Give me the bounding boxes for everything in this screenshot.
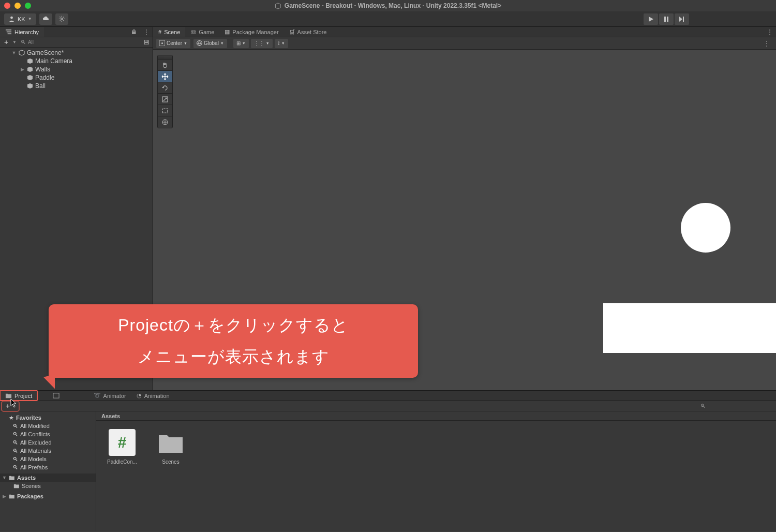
chevron-down-icon[interactable]: ▼ <box>2 475 7 480</box>
hand-tool[interactable] <box>158 60 172 71</box>
lock-icon[interactable]: 🔒︎ <box>128 28 140 36</box>
gear-icon <box>58 16 65 22</box>
unity-icon <box>275 3 281 9</box>
cloud-button[interactable] <box>39 13 52 25</box>
chevron-down-icon: ▼ <box>266 41 270 45</box>
save-icon[interactable]: 💾︎ <box>142 39 151 46</box>
tab-console[interactable]: Console <box>37 391 88 401</box>
csharp-script-icon: # <box>109 429 136 456</box>
folder-item[interactable]: Scenes <box>0 482 96 490</box>
hierarchy-item[interactable]: Paddle <box>0 73 153 82</box>
pause-button[interactable] <box>659 13 674 25</box>
search-icon: 🔍︎ <box>700 403 706 409</box>
favorite-item[interactable]: 🔍︎All Materials <box>0 447 96 455</box>
hierarchy-item[interactable]: ▶ Walls <box>0 65 153 73</box>
folder-icon <box>13 483 20 489</box>
step-button[interactable] <box>675 13 689 25</box>
tab-package-manager[interactable]: ▦ Package Manager <box>219 27 283 37</box>
animator-icon: ➰ <box>94 392 101 399</box>
search-icon: 🔍︎ <box>12 431 18 437</box>
pivot-icon <box>159 40 165 46</box>
hierarchy-item[interactable]: Main Camera <box>0 57 153 65</box>
chevron-down-icon: ▼ <box>242 41 246 45</box>
space-mode-dropdown[interactable]: Global ▼ <box>193 39 227 48</box>
hierarchy-item[interactable]: Ball <box>0 82 153 90</box>
tab-animator[interactable]: ➰ Animator <box>88 391 131 401</box>
play-button[interactable] <box>644 13 658 25</box>
hierarchy-add-button[interactable]: ＋ <box>2 38 10 47</box>
user-icon <box>8 16 15 22</box>
cloud-icon <box>42 16 49 22</box>
minimize-window-icon[interactable] <box>14 3 21 9</box>
transform-tool[interactable] <box>158 116 172 128</box>
favorite-item[interactable]: 🔍︎All Excluded <box>0 438 96 447</box>
game-icon: 🎮︎ <box>190 29 196 35</box>
scene-root[interactable]: ▼ GameScene* <box>0 49 153 57</box>
move-tool[interactable] <box>158 71 172 82</box>
chevron-down-icon: ▼ <box>220 41 224 45</box>
panel-menu-icon[interactable]: ⋮ <box>764 28 776 36</box>
favorites-folder[interactable]: ★ Favorites <box>0 413 96 422</box>
assets-folder[interactable]: ▼ Assets <box>0 474 96 482</box>
snap-dropdown[interactable]: ⋮⋮▼ <box>251 39 273 48</box>
scene-paddle-object[interactable] <box>603 303 776 353</box>
increment-dropdown[interactable]: ⟟▼ <box>275 39 288 48</box>
favorite-item[interactable]: 🔍︎All Models <box>0 455 96 463</box>
console-icon <box>53 392 59 399</box>
grid-snap-dropdown[interactable]: ⊞▼ <box>233 39 249 48</box>
svg-rect-12 <box>162 109 168 113</box>
chevron-right-icon[interactable]: ▶ <box>2 494 7 499</box>
search-icon: 🔍︎ <box>12 423 18 429</box>
svg-point-1 <box>61 18 63 20</box>
project-search-input[interactable]: 🔍︎ <box>700 403 773 409</box>
svg-point-9 <box>161 42 163 44</box>
tab-project[interactable]: Project <box>0 391 37 401</box>
chevron-down-icon: ▼ <box>12 404 16 408</box>
chevron-down-icon: ▼ <box>281 41 285 45</box>
tab-animation[interactable]: ◔ Animation <box>131 391 175 401</box>
chevron-right-icon[interactable]: ▶ <box>20 67 25 72</box>
breadcrumb[interactable]: Assets <box>96 411 776 421</box>
project-add-button[interactable]: ＋ ▼ <box>3 403 18 410</box>
globe-icon <box>197 40 202 46</box>
favorite-item[interactable]: 🔍︎All Conflicts <box>0 430 96 438</box>
animation-icon: ◔ <box>137 392 142 399</box>
rect-tool[interactable] <box>158 105 172 116</box>
scene-tools <box>157 55 173 128</box>
scene-ball-object[interactable] <box>681 203 730 253</box>
svg-rect-7 <box>8 33 11 34</box>
chevron-down-icon: ▼ <box>28 17 32 21</box>
favorite-item[interactable]: 🔍︎All Prefabs <box>0 463 96 471</box>
maximize-window-icon[interactable] <box>25 3 31 9</box>
panel-menu-icon[interactable]: ⋮ <box>140 28 153 36</box>
pivot-mode-dropdown[interactable]: Center ▼ <box>156 39 190 48</box>
chevron-down-icon[interactable]: ▼ <box>11 50 17 55</box>
close-window-icon[interactable] <box>4 3 10 9</box>
search-icon: 🔍︎ <box>21 39 26 45</box>
assets-grid: # PaddleCon... Scenes <box>96 421 776 531</box>
favorite-item[interactable]: 🔍︎All Modified <box>0 422 96 430</box>
tab-asset-store[interactable]: 🛒︎ Asset Store <box>284 27 332 37</box>
asset-folder[interactable]: Scenes <box>154 429 187 465</box>
tab-hierarchy[interactable]: Hierarchy <box>0 27 44 37</box>
traffic-lights <box>4 3 31 9</box>
settings-button[interactable] <box>55 13 68 25</box>
asset-script[interactable]: # PaddleCon... <box>106 429 139 465</box>
svg-rect-5 <box>6 29 11 31</box>
search-icon: 🔍︎ <box>12 456 18 462</box>
scene-toolbar-menu[interactable]: ⋮ <box>760 40 773 47</box>
tab-scene[interactable]: # Scene <box>153 27 185 37</box>
hierarchy-search-input[interactable]: 🔍︎ All <box>19 39 140 45</box>
packages-folder[interactable]: ▶ Packages <box>0 492 96 500</box>
annotation-callout: Projectの＋をクリックすると メニューが表示されます <box>49 304 418 378</box>
scene-toolbar: Center ▼ Global ▼ ⊞▼ ⋮⋮▼ ⟟▼ ⋮ <box>153 37 776 50</box>
unity-scene-icon <box>19 50 25 56</box>
scale-tool[interactable] <box>158 94 172 105</box>
account-menu[interactable]: KK ▼ <box>4 13 36 25</box>
play-controls <box>644 13 689 25</box>
folder-icon <box>9 475 15 480</box>
tab-game[interactable]: 🎮︎ Game <box>185 27 219 37</box>
chevron-down-icon[interactable]: ▼ <box>12 40 17 45</box>
rotate-tool[interactable] <box>158 82 172 94</box>
toolbox-grip[interactable] <box>158 55 172 60</box>
